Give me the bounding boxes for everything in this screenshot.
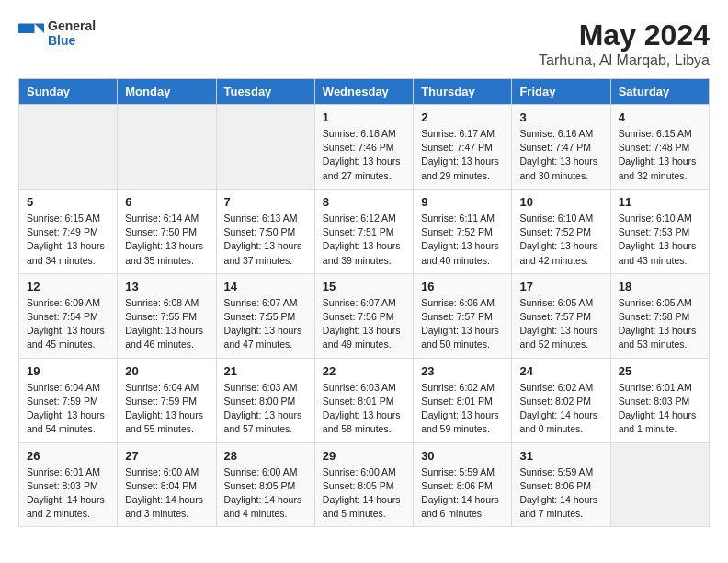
cell-info: Sunrise: 6:07 AMSunset: 7:55 PMDaylight:… — [224, 296, 307, 352]
day-number: 13 — [125, 280, 208, 293]
calendar-table: SundayMondayTuesdayWednesdayThursdayFrid… — [18, 78, 710, 527]
calendar-cell: 12Sunrise: 6:09 AMSunset: 7:54 PMDayligh… — [19, 273, 118, 358]
day-number: 2 — [421, 110, 504, 124]
day-number: 10 — [519, 195, 602, 209]
day-number: 5 — [27, 195, 109, 209]
day-number: 29 — [323, 449, 405, 463]
calendar-cell: 11Sunrise: 6:10 AMSunset: 7:53 PMDayligh… — [610, 189, 709, 273]
cell-info: Sunrise: 6:04 AMSunset: 7:59 PMDaylight:… — [27, 381, 109, 437]
day-number: 14 — [224, 280, 307, 293]
logo: General Blue — [18, 18, 96, 48]
cell-info: Sunrise: 6:01 AMSunset: 8:03 PMDaylight:… — [619, 381, 701, 437]
day-number: 6 — [125, 195, 208, 209]
day-header-monday: Monday — [118, 79, 216, 105]
svg-marker-0 — [35, 24, 45, 34]
cell-info: Sunrise: 6:05 AMSunset: 7:58 PMDaylight:… — [619, 296, 701, 352]
calendar-week-row: 12Sunrise: 6:09 AMSunset: 7:54 PMDayligh… — [19, 273, 710, 358]
cell-info: Sunrise: 6:00 AMSunset: 8:04 PMDaylight:… — [125, 465, 208, 522]
svg-rect-1 — [18, 24, 35, 34]
calendar-cell: 30Sunrise: 5:59 AMSunset: 8:06 PMDayligh… — [414, 442, 512, 527]
day-header-tuesday: Tuesday — [216, 79, 314, 105]
cell-info: Sunrise: 6:10 AMSunset: 7:53 PMDaylight:… — [619, 212, 701, 268]
day-number: 12 — [27, 280, 109, 293]
calendar-cell: 16Sunrise: 6:06 AMSunset: 7:57 PMDayligh… — [414, 273, 512, 358]
calendar-cell: 9Sunrise: 6:11 AMSunset: 7:52 PMDaylight… — [414, 189, 512, 273]
calendar-cell: 18Sunrise: 6:05 AMSunset: 7:58 PMDayligh… — [610, 273, 709, 358]
day-number: 9 — [421, 195, 504, 209]
day-number: 31 — [519, 449, 602, 463]
calendar-cell: 1Sunrise: 6:18 AMSunset: 7:46 PMDaylight… — [314, 105, 413, 190]
cell-info: Sunrise: 6:15 AMSunset: 7:48 PMDaylight:… — [619, 127, 701, 183]
calendar-cell: 26Sunrise: 6:01 AMSunset: 8:03 PMDayligh… — [19, 442, 118, 527]
day-number: 16 — [421, 280, 504, 293]
cell-info: Sunrise: 6:05 AMSunset: 7:57 PMDaylight:… — [519, 296, 602, 352]
calendar-cell: 3Sunrise: 6:16 AMSunset: 7:47 PMDaylight… — [512, 105, 610, 190]
day-number: 24 — [519, 364, 602, 378]
calendar-cell: 7Sunrise: 6:13 AMSunset: 7:50 PMDaylight… — [216, 189, 314, 273]
cell-info: Sunrise: 6:01 AMSunset: 8:03 PMDaylight:… — [27, 465, 109, 522]
location-subtitle: Tarhuna, Al Marqab, Libya — [539, 52, 710, 69]
calendar-cell: 17Sunrise: 6:05 AMSunset: 7:57 PMDayligh… — [512, 273, 610, 358]
calendar-cell: 31Sunrise: 5:59 AMSunset: 8:06 PMDayligh… — [512, 442, 610, 527]
cell-info: Sunrise: 6:03 AMSunset: 8:00 PMDaylight:… — [224, 381, 307, 437]
calendar-week-row: 5Sunrise: 6:15 AMSunset: 7:49 PMDaylight… — [19, 189, 710, 273]
calendar-cell: 19Sunrise: 6:04 AMSunset: 7:59 PMDayligh… — [19, 358, 118, 442]
day-number: 30 — [421, 449, 504, 463]
calendar-header-row: SundayMondayTuesdayWednesdayThursdayFrid… — [19, 79, 710, 105]
day-header-saturday: Saturday — [610, 79, 709, 105]
cell-info: Sunrise: 6:02 AMSunset: 8:01 PMDaylight:… — [421, 381, 504, 437]
cell-info: Sunrise: 6:11 AMSunset: 7:52 PMDaylight:… — [421, 212, 504, 268]
calendar-cell: 21Sunrise: 6:03 AMSunset: 8:00 PMDayligh… — [216, 358, 314, 442]
day-number: 3 — [519, 110, 602, 124]
calendar-week-row: 26Sunrise: 6:01 AMSunset: 8:03 PMDayligh… — [19, 442, 710, 527]
day-number: 18 — [619, 280, 701, 293]
calendar-cell: 15Sunrise: 6:07 AMSunset: 7:56 PMDayligh… — [314, 273, 413, 358]
cell-info: Sunrise: 6:10 AMSunset: 7:52 PMDaylight:… — [519, 212, 602, 268]
calendar-cell: 10Sunrise: 6:10 AMSunset: 7:52 PMDayligh… — [512, 189, 610, 273]
day-header-thursday: Thursday — [414, 79, 512, 105]
day-number: 22 — [323, 364, 405, 378]
calendar-cell — [610, 442, 709, 527]
calendar-cell — [19, 105, 118, 190]
logo-general-text: General — [48, 18, 96, 33]
cell-info: Sunrise: 6:14 AMSunset: 7:50 PMDaylight:… — [125, 212, 208, 268]
calendar-cell: 29Sunrise: 6:00 AMSunset: 8:05 PMDayligh… — [314, 442, 413, 527]
cell-info: Sunrise: 6:15 AMSunset: 7:49 PMDaylight:… — [27, 212, 109, 268]
cell-info: Sunrise: 5:59 AMSunset: 8:06 PMDaylight:… — [519, 465, 602, 522]
day-number: 26 — [27, 449, 109, 463]
day-header-wednesday: Wednesday — [314, 79, 413, 105]
calendar-week-row: 1Sunrise: 6:18 AMSunset: 7:46 PMDaylight… — [19, 105, 710, 190]
calendar-cell: 22Sunrise: 6:03 AMSunset: 8:01 PMDayligh… — [314, 358, 413, 442]
calendar-cell: 13Sunrise: 6:08 AMSunset: 7:55 PMDayligh… — [118, 273, 216, 358]
cell-info: Sunrise: 6:00 AMSunset: 8:05 PMDaylight:… — [224, 465, 307, 522]
logo-text: General Blue — [48, 18, 96, 48]
calendar-cell: 14Sunrise: 6:07 AMSunset: 7:55 PMDayligh… — [216, 273, 314, 358]
cell-info: Sunrise: 6:00 AMSunset: 8:05 PMDaylight:… — [323, 465, 405, 522]
day-number: 23 — [421, 364, 504, 378]
calendar-cell: 4Sunrise: 6:15 AMSunset: 7:48 PMDaylight… — [610, 105, 709, 190]
cell-info: Sunrise: 6:09 AMSunset: 7:54 PMDaylight:… — [27, 296, 109, 352]
day-number: 27 — [125, 449, 208, 463]
day-number: 11 — [619, 195, 701, 209]
day-number: 20 — [125, 364, 208, 378]
calendar-cell — [216, 105, 314, 190]
day-number: 28 — [224, 449, 307, 463]
logo-blue-text: Blue — [48, 33, 96, 48]
page-header: General Blue May 2024 Tarhuna, Al Marqab… — [18, 18, 710, 69]
day-number: 15 — [323, 280, 405, 293]
calendar-week-row: 19Sunrise: 6:04 AMSunset: 7:59 PMDayligh… — [19, 358, 710, 442]
calendar-cell — [118, 105, 216, 190]
calendar-cell: 24Sunrise: 6:02 AMSunset: 8:02 PMDayligh… — [512, 358, 610, 442]
cell-info: Sunrise: 6:06 AMSunset: 7:57 PMDaylight:… — [421, 296, 504, 352]
day-number: 7 — [224, 195, 307, 209]
title-block: May 2024 Tarhuna, Al Marqab, Libya — [539, 18, 710, 69]
cell-info: Sunrise: 5:59 AMSunset: 8:06 PMDaylight:… — [421, 465, 504, 522]
day-number: 21 — [224, 364, 307, 378]
cell-info: Sunrise: 6:18 AMSunset: 7:46 PMDaylight:… — [323, 127, 405, 183]
day-header-friday: Friday — [512, 79, 610, 105]
calendar-cell: 27Sunrise: 6:00 AMSunset: 8:04 PMDayligh… — [118, 442, 216, 527]
cell-info: Sunrise: 6:16 AMSunset: 7:47 PMDaylight:… — [519, 127, 602, 183]
month-year-title: May 2024 — [539, 18, 710, 52]
calendar-cell: 20Sunrise: 6:04 AMSunset: 7:59 PMDayligh… — [118, 358, 216, 442]
calendar-cell: 2Sunrise: 6:17 AMSunset: 7:47 PMDaylight… — [414, 105, 512, 190]
